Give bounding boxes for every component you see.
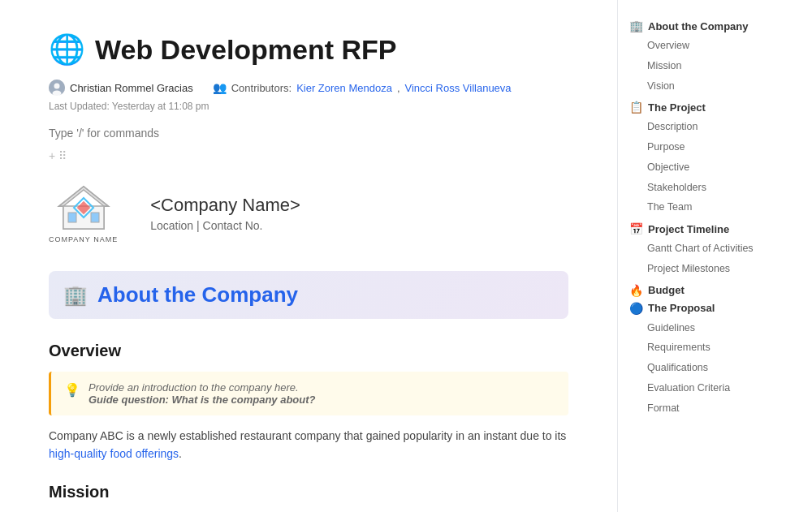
sidebar: 🏢 About the Company Overview Mission Vis… — [617, 0, 796, 512]
drag-handle[interactable]: ⠿ — [58, 149, 67, 162]
overview-text-highlight: high-quality food offerings — [49, 447, 179, 460]
contributor-1[interactable]: Kier Zoren Mendoza — [296, 82, 392, 94]
company-info: <Company Name> Location | Contact No. — [150, 195, 300, 232]
sidebar-item-the-team[interactable]: The Team — [629, 197, 784, 217]
add-block-button[interactable]: + — [49, 149, 55, 162]
sidebar-proposal-icon: 🔵 — [629, 302, 643, 315]
company-header: COMPANY NAME <Company Name> Location | C… — [49, 175, 568, 252]
page-title: Web Development RFP — [95, 34, 397, 66]
overview-text-end: . — [179, 447, 182, 460]
meta-row: Christian Rommel Gracias 👥 Contributors:… — [49, 80, 568, 96]
sidebar-about-label: About the Company — [648, 20, 749, 32]
overview-heading: Overview — [49, 342, 568, 360]
overview-text-start: Company ABC is a newly established resta… — [49, 429, 566, 442]
sidebar-item-stakeholders[interactable]: Stakeholders — [629, 178, 784, 198]
sidebar-proposal-label: The Proposal — [648, 302, 715, 314]
overview-body: Company ABC is a newly established resta… — [49, 427, 568, 463]
sidebar-item-evaluation[interactable]: Evaluation Criteria — [629, 378, 784, 398]
author-name: Christian Rommel Gracias — [70, 82, 193, 94]
about-section-icon: 🏢 — [63, 284, 88, 307]
company-location: Location | Contact No. — [150, 219, 300, 232]
sidebar-section-budget: 🔥 Budget — [629, 284, 784, 297]
sidebar-item-requirements[interactable]: Requirements — [629, 338, 784, 358]
sidebar-item-gantt[interactable]: Gantt Chart of Activities — [629, 239, 784, 259]
main-content: 🌐 Web Development RFP Christian Rommel G… — [0, 0, 617, 512]
page-title-icon: 🌐 — [49, 32, 85, 67]
mission-section: Mission — [49, 483, 568, 501]
contributors-row: 👥 Contributors: Kier Zoren Mendoza, Vinc… — [213, 81, 512, 94]
svg-point-1 — [54, 84, 60, 89]
hint-icon: 💡 — [64, 382, 80, 398]
sidebar-item-qualifications[interactable]: Qualifications — [629, 358, 784, 378]
sidebar-item-mission[interactable]: Mission — [629, 56, 784, 76]
contributors-icon: 👥 — [213, 81, 227, 94]
hint-line1: Provide an introduction to the company h… — [89, 381, 316, 394]
sidebar-timeline-label: Project Timeline — [648, 223, 729, 235]
sidebar-header-budget[interactable]: 🔥 Budget — [629, 284, 784, 297]
company-logo-svg — [55, 183, 112, 232]
sidebar-about-icon: 🏢 — [629, 19, 643, 32]
sidebar-item-milestones[interactable]: Project Milestones — [629, 259, 784, 279]
command-input[interactable] — [49, 123, 568, 143]
mission-heading: Mission — [49, 483, 568, 501]
overview-section: Overview 💡 Provide an introduction to th… — [49, 342, 568, 463]
about-section-title: About the Company — [97, 282, 298, 308]
block-controls: + ⠿ — [49, 149, 568, 162]
sidebar-timeline-icon: 📅 — [629, 222, 643, 235]
sidebar-item-overview[interactable]: Overview — [629, 36, 784, 56]
sidebar-header-project[interactable]: 📋 The Project — [629, 101, 784, 114]
about-section-banner: 🏢 About the Company — [49, 271, 568, 319]
sidebar-header-about[interactable]: 🏢 About the Company — [629, 19, 784, 32]
sidebar-item-objective[interactable]: Objective — [629, 157, 784, 178]
avatar — [49, 80, 65, 96]
sidebar-project-icon: 📋 — [629, 101, 643, 114]
contributor-2[interactable]: Vincci Ross Villanueva — [405, 82, 512, 94]
svg-rect-8 — [68, 213, 76, 222]
sidebar-section-proposal: 🔵 The Proposal Guidelines Requirements Q… — [629, 302, 784, 419]
page-title-row: 🌐 Web Development RFP — [49, 32, 568, 67]
sidebar-header-timeline[interactable]: 📅 Project Timeline — [629, 222, 784, 235]
hint-box: 💡 Provide an introduction to the company… — [49, 372, 568, 415]
sidebar-item-vision[interactable]: Vision — [629, 76, 784, 97]
sidebar-header-proposal[interactable]: 🔵 The Proposal — [629, 302, 784, 315]
sidebar-item-purpose[interactable]: Purpose — [629, 137, 784, 157]
sidebar-item-description[interactable]: Description — [629, 117, 784, 137]
contributors-label: Contributors: — [231, 82, 292, 94]
sidebar-item-format[interactable]: Format — [629, 398, 784, 419]
svg-rect-9 — [91, 213, 99, 222]
sidebar-section-about: 🏢 About the Company Overview Mission Vis… — [629, 19, 784, 96]
sidebar-section-timeline: 📅 Project Timeline Gantt Chart of Activi… — [629, 222, 784, 279]
sidebar-item-guidelines[interactable]: Guidelines — [629, 318, 784, 338]
sidebar-section-project: 📋 The Project Description Purpose Object… — [629, 101, 784, 217]
sidebar-project-label: The Project — [648, 101, 706, 114]
hint-content: Provide an introduction to the company h… — [89, 381, 316, 406]
hint-line2: Guide question: What is the company abou… — [89, 394, 316, 406]
sidebar-budget-icon: 🔥 — [629, 284, 643, 297]
company-logo: COMPANY NAME — [49, 183, 118, 243]
company-name: <Company Name> — [150, 195, 300, 216]
author-info: Christian Rommel Gracias — [49, 80, 193, 96]
company-logo-label: COMPANY NAME — [49, 235, 118, 243]
sidebar-budget-label: Budget — [648, 284, 685, 296]
last-updated: Last Updated: Yesterday at 11:08 pm — [49, 101, 568, 112]
